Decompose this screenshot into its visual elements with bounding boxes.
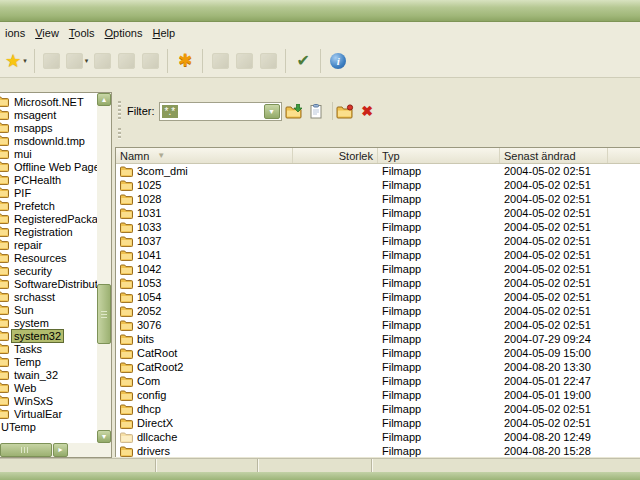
menu-item[interactable]: Tools xyxy=(64,25,100,41)
favorites-button[interactable]: ★ ▾ xyxy=(3,47,29,75)
file-row[interactable]: CatRoot2 Filmapp 2004-08-20 13:30 xyxy=(116,360,640,374)
file-modified: 2004-05-02 02:51 xyxy=(500,248,608,262)
paste-button[interactable] xyxy=(307,101,326,121)
toolbar-separator xyxy=(34,49,35,73)
menu-item[interactable]: ions xyxy=(0,25,30,41)
file-modified: 2004-05-02 02:51 xyxy=(500,234,608,248)
folder-icon xyxy=(0,317,9,328)
scroll-down-button[interactable]: ▾ xyxy=(97,430,111,443)
file-name: 2052 xyxy=(137,304,161,318)
folder-icon xyxy=(0,408,9,419)
file-modified: 2004-08-20 12:49 xyxy=(500,430,608,444)
tree-folder-item[interactable]: Tasks xyxy=(0,342,97,355)
apply-filter-button[interactable] xyxy=(285,101,304,121)
file-row[interactable]: 3076 Filmapp 2004-05-02 02:51 xyxy=(116,318,640,332)
file-row[interactable]: 1028 Filmapp 2004-05-02 02:51 xyxy=(116,192,640,206)
menu-item[interactable]: Options xyxy=(100,25,148,41)
column-header-size[interactable]: Storlek xyxy=(293,148,378,163)
file-row[interactable]: DirectX Filmapp 2004-05-02 02:51 xyxy=(116,416,640,430)
file-row[interactable]: bits Filmapp 2004-07-29 09:24 xyxy=(116,332,640,346)
menu-item[interactable]: View xyxy=(30,25,64,41)
tree-folder-item[interactable]: UTemp xyxy=(0,420,97,433)
tree-folder-item[interactable]: twain_32 xyxy=(0,368,97,381)
combo-dropdown-button[interactable]: ▾ xyxy=(264,104,280,119)
tree-folder-item[interactable]: Microsoft.NET xyxy=(0,95,97,108)
scrollbar-thumb[interactable] xyxy=(0,443,52,457)
new-folder-button[interactable] xyxy=(336,101,355,121)
tree-folder-item[interactable]: Offline Web Pages xyxy=(0,160,97,173)
tree-folder-item[interactable]: system32 xyxy=(0,329,97,342)
tree-folder-item[interactable]: Registration xyxy=(0,225,97,238)
folder-icon xyxy=(120,334,133,345)
tree-folder-item[interactable]: WinSxS xyxy=(0,394,97,407)
folder-icon xyxy=(120,222,133,233)
tree-folder-item[interactable]: PIF xyxy=(0,186,97,199)
confirm-button[interactable]: ✔ xyxy=(291,47,315,75)
tree-folder-item[interactable]: Web xyxy=(0,381,97,394)
file-row[interactable]: 1041 Filmapp 2004-05-02 02:51 xyxy=(116,248,640,262)
file-row[interactable]: 1042 Filmapp 2004-05-02 02:51 xyxy=(116,262,640,276)
tree-horizontal-scrollbar[interactable]: ▸ xyxy=(0,443,97,457)
tree-folder-item[interactable]: Resources xyxy=(0,251,97,264)
column-header-modified[interactable]: Senast ändrad xyxy=(500,148,608,163)
file-row[interactable]: 1054 Filmapp 2004-05-02 02:51 xyxy=(116,290,640,304)
tree-folder-item[interactable]: mui xyxy=(0,147,97,160)
toolbar-grip[interactable] xyxy=(118,101,121,121)
tree-folder-item[interactable]: security xyxy=(0,264,97,277)
tree-folder-item[interactable]: msapps xyxy=(0,121,97,134)
file-row[interactable]: 1031 Filmapp 2004-05-02 02:51 xyxy=(116,206,640,220)
menu-item[interactable]: Help xyxy=(147,25,180,41)
chevron-down-icon[interactable]: ▾ xyxy=(23,57,27,65)
tree-folder-item[interactable]: PCHealth xyxy=(0,173,97,186)
tree-folder-item[interactable]: repair xyxy=(0,238,97,251)
file-row[interactable]: config Filmapp 2004-05-01 19:00 xyxy=(116,388,640,402)
info-button[interactable]: i xyxy=(326,47,350,75)
wizard-button[interactable]: ✱ xyxy=(173,47,197,75)
scrollbar-thumb[interactable] xyxy=(97,284,111,344)
tree-folder-item[interactable]: VirtualEar xyxy=(0,407,97,420)
file-row[interactable]: 1037 Filmapp 2004-05-02 02:51 xyxy=(116,234,640,248)
file-type: Filmapp xyxy=(378,164,500,178)
toolbar-button-disabled-7 xyxy=(232,47,256,75)
file-row[interactable]: 1033 Filmapp 2004-05-02 02:51 xyxy=(116,220,640,234)
scrollbar-track[interactable] xyxy=(97,106,111,430)
filter-combobox[interactable]: *.* ▾ xyxy=(159,102,282,121)
tree-folder-item[interactable]: Sun xyxy=(0,303,97,316)
tree-folder-item[interactable]: msdownld.tmp xyxy=(0,134,97,147)
tree-folder-item[interactable]: RegisteredPackages xyxy=(0,212,97,225)
column-header-type[interactable]: Typ xyxy=(378,148,500,163)
tree-folder-item[interactable]: Temp xyxy=(0,355,97,368)
checkmark-icon: ✔ xyxy=(296,53,309,69)
file-row[interactable]: 2052 Filmapp 2004-05-02 02:51 xyxy=(116,304,640,318)
tree-folder-item[interactable]: SoftwareDistribution xyxy=(0,277,97,290)
column-header-name[interactable]: Namn▼ xyxy=(116,148,293,163)
file-row[interactable]: Com Filmapp 2004-05-01 22:47 xyxy=(116,374,640,388)
file-type: Filmapp xyxy=(378,304,500,318)
scroll-up-button[interactable]: ▴ xyxy=(97,93,111,106)
toolbar-grip[interactable] xyxy=(118,128,121,139)
scroll-right-button[interactable]: ▸ xyxy=(53,443,68,457)
delete-button[interactable]: ✖ xyxy=(358,101,377,121)
folder-icon xyxy=(0,200,9,211)
folder-icon xyxy=(0,278,9,289)
tree-folder-item[interactable]: system xyxy=(0,316,97,329)
tree-folder-item[interactable]: msagent xyxy=(0,108,97,121)
file-row[interactable]: 1053 Filmapp 2004-05-02 02:51 xyxy=(116,276,640,290)
tree-folder-item[interactable]: Prefetch xyxy=(0,199,97,212)
file-modified: 2004-05-01 22:47 xyxy=(500,374,608,388)
tree-folder-item[interactable]: srchasst xyxy=(0,290,97,303)
file-row[interactable]: 1025 Filmapp 2004-05-02 02:51 xyxy=(116,178,640,192)
file-size xyxy=(293,444,378,457)
file-row[interactable]: dllcache Filmapp 2004-08-20 12:49 xyxy=(116,430,640,444)
window-titlebar[interactable] xyxy=(0,0,640,22)
file-row[interactable]: drivers Filmapp 2004-08-20 15:28 xyxy=(116,444,640,457)
file-row[interactable]: CatRoot Filmapp 2004-05-09 15:00 xyxy=(116,346,640,360)
file-size xyxy=(293,402,378,416)
tree-vertical-scrollbar[interactable]: ▴ ▾ xyxy=(97,93,111,443)
folder-icon xyxy=(0,330,9,341)
file-modified: 2004-05-01 19:00 xyxy=(500,388,608,402)
chevron-down-icon: ▾ xyxy=(85,57,89,65)
file-row[interactable]: dhcp Filmapp 2004-05-02 02:51 xyxy=(116,402,640,416)
file-row[interactable]: 3com_dmi Filmapp 2004-05-02 02:51 xyxy=(116,164,640,178)
file-name: CatRoot xyxy=(137,346,177,360)
